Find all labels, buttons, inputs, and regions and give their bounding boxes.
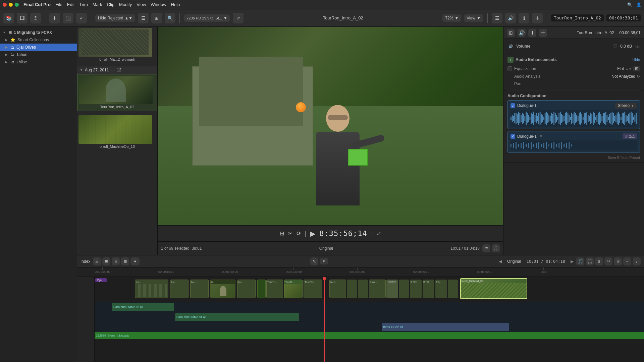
channel1-checkbox[interactable] bbox=[511, 103, 515, 108]
smart-collections-item[interactable]: ▶ ⭐ Smart Collections bbox=[0, 36, 77, 44]
audio-clip-juice[interactable]: 152689_Blues_juice.wav bbox=[95, 332, 644, 339]
select-tool[interactable]: ↖ bbox=[310, 257, 318, 265]
browser-clip-top[interactable]: b-roll_Ma...2_wtrmark bbox=[77, 27, 157, 63]
browser-clip-1[interactable]: TourRon_Intro_A_02 bbox=[77, 74, 157, 111]
view-dropdown[interactable]: View ▼ bbox=[464, 14, 483, 22]
back-btn[interactable]: ⬇ bbox=[49, 13, 60, 23]
menu-mark[interactable]: Mark bbox=[93, 2, 102, 7]
close-button[interactable] bbox=[3, 3, 7, 7]
minimize-button[interactable] bbox=[9, 3, 13, 7]
headphones-tl[interactable]: 🎧 bbox=[586, 257, 594, 265]
video-clip-tourron1[interactable]: b... bbox=[210, 280, 235, 298]
browser-btn[interactable]: 🎞 bbox=[17, 13, 28, 23]
tag-btn[interactable]: ⬛ bbox=[63, 13, 73, 23]
video-clip-12[interactable]: b-ro... bbox=[369, 280, 386, 298]
library-btn[interactable]: 📚 bbox=[3, 13, 14, 23]
menu-edit[interactable]: Edit bbox=[67, 2, 74, 7]
menu-finalcutpro[interactable]: Final Cut Pro bbox=[23, 2, 51, 7]
hide-button[interactable]: Hide bbox=[632, 58, 640, 62]
aspect-btn[interactable]: ⊞ bbox=[280, 230, 284, 237]
append-tl[interactable]: → bbox=[623, 257, 631, 265]
waveform-view-btn[interactable]: ≋ bbox=[482, 244, 490, 252]
fullscreen-btn[interactable]: ⤢ bbox=[377, 230, 381, 237]
solo-tl[interactable]: S bbox=[595, 257, 603, 265]
video-clip-6[interactable]: TourR... bbox=[266, 280, 283, 298]
video-clip-16[interactable]: b-roll_ bbox=[423, 280, 434, 298]
info-btn[interactable]: ℹ bbox=[519, 13, 529, 23]
video-clip-4[interactable]: b-r... bbox=[237, 280, 256, 298]
sidebar-item-tahoe[interactable]: ▶ 🗂 Tahoe bbox=[0, 51, 77, 58]
menu-modify[interactable]: Modify bbox=[119, 2, 132, 7]
video-clip-10[interactable] bbox=[347, 280, 357, 298]
channel1-type-dropdown[interactable]: Stereo ▼ bbox=[615, 103, 637, 109]
video-clip-18[interactable] bbox=[448, 280, 458, 298]
equalization-checkbox[interactable] bbox=[507, 66, 512, 71]
maximize-button[interactable] bbox=[15, 3, 19, 7]
spotlight-icon[interactable]: 🔍 bbox=[627, 2, 632, 7]
inspector-grid-btn[interactable]: ⊞ bbox=[507, 29, 515, 37]
video-clip-2[interactable]: b-r... bbox=[170, 280, 189, 298]
filter-btn[interactable]: ☰ bbox=[138, 13, 149, 23]
timeline-btn[interactable]: ⏱ bbox=[30, 13, 41, 23]
select-dropdown[interactable]: ▼ bbox=[320, 258, 328, 264]
trim-tl[interactable]: ✂ bbox=[604, 257, 612, 265]
tl-btn-4[interactable]: ▦ bbox=[121, 257, 129, 265]
video-clip-1[interactable]: b-r... bbox=[135, 280, 168, 298]
search-btn[interactable]: 🔍 bbox=[165, 13, 175, 23]
video-clip-8[interactable]: TourRo... bbox=[304, 280, 322, 298]
audio-meter-btn[interactable]: 🎵 bbox=[492, 244, 500, 252]
video-clip-15[interactable]: b-roll_ bbox=[410, 280, 422, 298]
play-btn[interactable]: ▶ bbox=[310, 230, 315, 238]
menu-help[interactable]: Help bbox=[171, 2, 180, 7]
sidebar-item-ojai[interactable]: ▶ 🗂 Ojai Olives bbox=[0, 44, 77, 51]
sidebar-item-zmisc[interactable]: ▶ 🗂 zMisc bbox=[0, 58, 77, 66]
video-clip-3[interactable]: b-r... bbox=[190, 280, 209, 298]
volume-btn[interactable]: 🔊 bbox=[505, 13, 516, 23]
video-clip-17[interactable]: b-r... bbox=[435, 280, 447, 298]
check-btn[interactable]: ✓ bbox=[76, 13, 87, 23]
inspector-transform-btn[interactable]: ✛ bbox=[539, 29, 547, 37]
grid-btn[interactable]: ⊞ bbox=[151, 13, 162, 23]
insert-tl[interactable]: ⊞ bbox=[614, 257, 622, 265]
menu-file[interactable]: File bbox=[55, 2, 62, 7]
channel2-arrow[interactable]: ▼ bbox=[539, 134, 543, 138]
menu-window[interactable]: Window bbox=[151, 2, 166, 7]
user-icon[interactable]: 👤 bbox=[636, 2, 641, 7]
resolution-dropdown[interactable]: 720p HD 29.97p, St... ▼ bbox=[184, 14, 230, 22]
menu-view[interactable]: View bbox=[137, 2, 146, 7]
hide-rejected-dropdown[interactable]: Hide Rejected ▲▼ bbox=[95, 14, 135, 22]
heart-icon[interactable]: ♡ bbox=[613, 43, 618, 50]
transform-ctrl-btn[interactable]: ✂ bbox=[288, 230, 292, 237]
video-clip-7[interactable]: TourR... bbox=[284, 280, 303, 298]
channel2-checkbox[interactable] bbox=[511, 134, 515, 139]
share-btn[interactable]: ↗ bbox=[233, 13, 244, 23]
speed-btn[interactable]: ⟳ bbox=[297, 230, 301, 237]
inspector-info-btn[interactable]: ℹ bbox=[528, 29, 536, 37]
tl-btn-2[interactable]: ⊞ bbox=[102, 257, 110, 265]
audio-clip-barn2[interactable]: Barn and Stable 02.aif bbox=[112, 303, 174, 311]
audio-clip-birds[interactable]: Birds FX 02.aif bbox=[382, 323, 509, 331]
analyze-icon[interactable]: ↻ bbox=[637, 74, 640, 79]
video-clip-9[interactable]: b-ro... bbox=[329, 280, 346, 298]
video-clip-5[interactable] bbox=[257, 280, 266, 298]
inspector-vol-btn[interactable]: 🔊 bbox=[518, 29, 526, 37]
browser-clip-2[interactable]: b-roll_MachineOp_10 bbox=[77, 114, 157, 150]
tl-nav-right[interactable]: ▶ bbox=[571, 259, 574, 264]
tl-btn-1[interactable]: ☰ bbox=[93, 257, 101, 265]
audio-meter-tl[interactable]: 🎵 bbox=[576, 257, 584, 265]
volume-arrow[interactable]: ◁▷ bbox=[635, 45, 640, 48]
video-clip-13[interactable]: TourRo. bbox=[386, 280, 398, 298]
eq-edit-btn[interactable]: ⊞ bbox=[633, 66, 640, 71]
tl-btn-3[interactable]: ⊟ bbox=[112, 257, 120, 265]
overwrite-tl[interactable]: ↓ bbox=[633, 257, 641, 265]
menu-clip[interactable]: Clip bbox=[107, 2, 114, 7]
tl-dropdown[interactable]: ▼ bbox=[130, 257, 140, 265]
inspector-toggle[interactable]: ☰ bbox=[492, 13, 502, 23]
menu-trim[interactable]: Trim bbox=[79, 2, 88, 7]
video-clip-orchard[interactable]: b-roll_Orchard_30 bbox=[460, 278, 527, 299]
tl-nav-left[interactable]: ◀ bbox=[499, 259, 502, 264]
zoom-dropdown[interactable]: 72% ▼ bbox=[442, 14, 461, 22]
save-preset-btn[interactable]: Save Effects Preset bbox=[608, 156, 640, 160]
index-label[interactable]: Index bbox=[80, 259, 90, 264]
library-item[interactable]: ▼ ⊞ 1 Migrating to FCPX bbox=[0, 29, 77, 36]
